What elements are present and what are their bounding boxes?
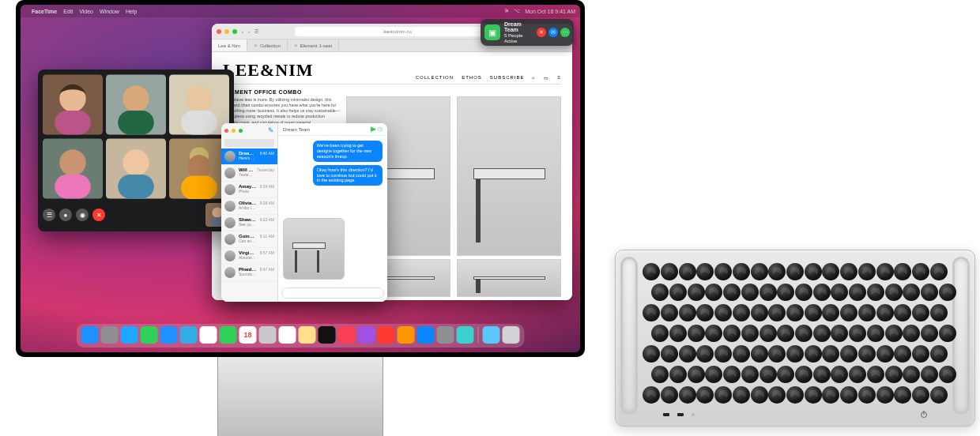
participant-5[interactable] bbox=[106, 138, 166, 199]
grille-hole bbox=[751, 263, 768, 280]
participant-2[interactable] bbox=[106, 74, 166, 135]
participant-3[interactable] bbox=[169, 74, 229, 135]
dock-app-calendar[interactable]: 18 bbox=[239, 326, 257, 344]
join-button[interactable]: ⋯ bbox=[560, 28, 570, 37]
sidebar-icon[interactable]: ☰ bbox=[254, 28, 258, 34]
conversation-item[interactable]: Olivia Rico Arribo luego 9:28 AM bbox=[221, 198, 277, 215]
grille-hole bbox=[696, 386, 714, 404]
menu-window[interactable]: Window bbox=[100, 9, 119, 14]
grille-hole bbox=[768, 345, 786, 363]
tab-2[interactable]: × Collection bbox=[247, 39, 288, 51]
participant-1[interactable] bbox=[43, 74, 103, 135]
conversation-item[interactable]: Going Out This List Can any of you come … bbox=[221, 231, 277, 248]
sidebar-toggle-button[interactable]: ☰ bbox=[43, 209, 55, 221]
product-image-chair[interactable] bbox=[457, 96, 561, 256]
dock-app-contacts[interactable] bbox=[259, 326, 277, 344]
conversation-item[interactable]: Shawn Gartely See you there! 9:23 AM bbox=[221, 215, 277, 231]
dock-app-messages[interactable] bbox=[141, 326, 158, 344]
avatar bbox=[224, 250, 236, 261]
dock-app-notes[interactable] bbox=[299, 326, 316, 344]
search-input[interactable] bbox=[224, 139, 274, 147]
message-image-attachment[interactable] bbox=[283, 218, 345, 280]
dock-app-reminders[interactable] bbox=[279, 326, 296, 344]
conversation-item[interactable]: Will Byers Yesterday Yesterday bbox=[221, 165, 277, 182]
dock-app-music[interactable] bbox=[338, 326, 356, 344]
notification-title: Dream Team bbox=[504, 21, 533, 33]
bag-icon[interactable]: ▭ bbox=[544, 75, 549, 81]
dock-app-photos[interactable] bbox=[200, 326, 217, 344]
nav-collection[interactable]: COLLECTION bbox=[416, 75, 454, 81]
menu-edit[interactable]: Edit bbox=[63, 9, 73, 14]
nav-ethos[interactable]: ETHOS bbox=[462, 75, 482, 81]
conversation-item[interactable]: Phaidor Chua Sounds good to me 8:47 AM bbox=[221, 265, 277, 281]
dock-app-tv[interactable] bbox=[318, 326, 336, 344]
address-bar[interactable]: leeandnim.co bbox=[295, 27, 500, 36]
menu-video[interactable]: Video bbox=[79, 9, 93, 14]
mute-button[interactable]: ● bbox=[59, 209, 72, 221]
dock-app-screenshot[interactable] bbox=[457, 326, 474, 344]
grille-hole bbox=[696, 345, 714, 363]
info-icon[interactable]: ⓘ bbox=[378, 127, 383, 132]
conversation-preview: Here's what I'm thinking bbox=[239, 156, 257, 160]
facetime-window[interactable]: ☰ ● ◉ ✕ bbox=[38, 70, 234, 231]
facetime-icon[interactable]: ▶ bbox=[371, 125, 376, 133]
message-thread[interactable]: We've been trying to get designs togethe… bbox=[278, 136, 387, 284]
menubar-app-name[interactable]: FaceTime bbox=[32, 9, 57, 14]
close-icon[interactable]: × bbox=[294, 42, 298, 49]
close-icon[interactable]: × bbox=[254, 42, 258, 49]
leave-call-button[interactable]: ✕ bbox=[92, 209, 105, 221]
dock-downloads[interactable] bbox=[483, 326, 500, 344]
back-icon[interactable]: ‹ bbox=[242, 29, 243, 34]
wifi-icon[interactable]: ⚞ bbox=[504, 8, 509, 14]
grille-hole bbox=[733, 386, 750, 404]
tab-1[interactable]: Lee & Nim bbox=[212, 39, 247, 51]
grille-hole bbox=[894, 386, 911, 404]
dock-app-safari[interactable] bbox=[121, 326, 138, 344]
product-image-4[interactable] bbox=[457, 259, 561, 297]
conversation-item[interactable]: Dream Team Here's what I'm thinking 9:40… bbox=[221, 148, 277, 165]
grille-hole bbox=[777, 325, 794, 342]
dock-app-settings[interactable] bbox=[437, 326, 454, 344]
facetime-notification[interactable]: ▣ Dream Team 5 People Active ✕ ✉ ⋯ bbox=[481, 19, 574, 46]
forward-icon[interactable]: › bbox=[248, 29, 250, 34]
nav-subscribe[interactable]: SUBSCRIBE bbox=[490, 75, 525, 81]
search-icon[interactable]: ⌕ bbox=[532, 75, 536, 81]
control-center-icon[interactable]: ⌥ bbox=[514, 8, 520, 14]
conversation-item[interactable]: Amaya Jones Photo 9:34 AM bbox=[221, 182, 277, 198]
dock-trash[interactable] bbox=[503, 326, 520, 344]
participant-6[interactable] bbox=[169, 138, 229, 199]
dock-app-books[interactable] bbox=[398, 326, 415, 344]
grille-hole bbox=[751, 304, 768, 321]
menubar-clock[interactable]: Mon Oct 18 9:41 AM bbox=[525, 9, 575, 14]
thunderbolt-port[interactable] bbox=[677, 413, 684, 416]
dock-app-appstore[interactable] bbox=[417, 326, 435, 344]
participant-4[interactable] bbox=[43, 138, 103, 199]
dock-app-maps[interactable] bbox=[180, 326, 198, 344]
avatar bbox=[224, 201, 236, 212]
dock-app-news[interactable] bbox=[378, 326, 395, 344]
messages-window[interactable]: ✎ Dream Team Here's what I'm thinking 9:… bbox=[221, 123, 387, 302]
message-input[interactable] bbox=[281, 288, 384, 299]
site-logo[interactable]: LEE&NIM bbox=[223, 60, 314, 81]
dock-app-finder[interactable] bbox=[81, 326, 99, 344]
dock-app-mail[interactable] bbox=[160, 326, 178, 344]
thunderbolt-port[interactable] bbox=[663, 413, 669, 416]
dock-app-podcasts[interactable] bbox=[358, 326, 375, 344]
power-button[interactable] bbox=[921, 412, 927, 418]
message-button[interactable]: ✉ bbox=[548, 28, 558, 37]
monitor-stand bbox=[217, 357, 383, 436]
dock-app-facetime[interactable] bbox=[220, 326, 237, 344]
grille-hole bbox=[795, 284, 812, 301]
dock-app-launchpad[interactable] bbox=[101, 326, 119, 344]
window-controls[interactable] bbox=[217, 29, 237, 34]
window-controls[interactable] bbox=[224, 129, 243, 133]
menu-icon[interactable]: ≡ bbox=[557, 75, 561, 81]
tab-3[interactable]: × Element 1-seat bbox=[288, 39, 339, 51]
menu-help[interactable]: Help bbox=[126, 9, 137, 14]
camera-button[interactable]: ◉ bbox=[76, 209, 89, 221]
conversation-item[interactable]: Virginia Santini Absolutely, I'm on it 8… bbox=[221, 248, 277, 265]
grille-hole bbox=[643, 263, 660, 280]
grille-hole bbox=[876, 304, 894, 321]
decline-button[interactable]: ✕ bbox=[537, 28, 546, 37]
compose-button[interactable]: ✎ bbox=[268, 126, 274, 134]
